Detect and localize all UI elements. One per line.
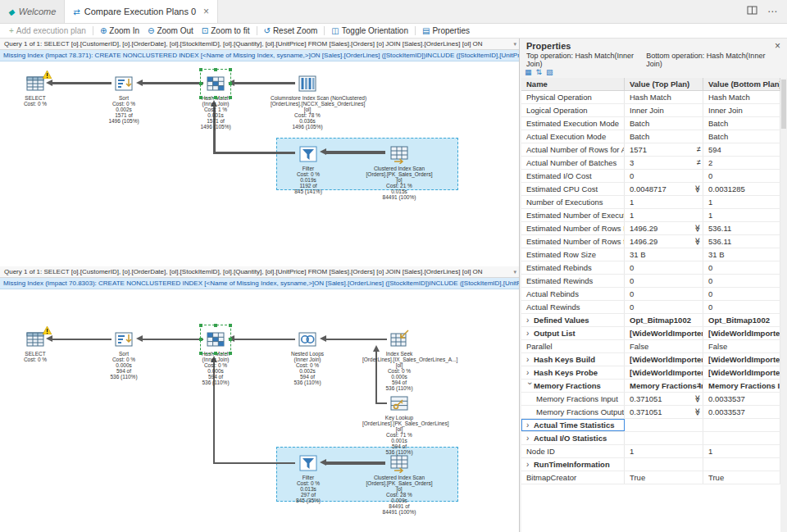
plan-node-columnstore-index-scan[interactable]: Columnstore Index Scan (NonClustered)[Or…: [271, 74, 344, 130]
property-row[interactable]: Estimated Number of Rows for All...1496.…: [521, 235, 780, 248]
node-label-line: Sort: [87, 351, 161, 357]
chevron-right-icon[interactable]: ›: [526, 366, 534, 379]
property-row[interactable]: Estimated Execution ModeBatchBatch: [521, 117, 780, 130]
node-label-line: 536 (110%): [87, 374, 161, 380]
chevron-right-icon[interactable]: ›: [526, 458, 534, 471]
property-name: ›Memory Fractions: [521, 380, 625, 392]
sort-alphabetical-icon[interactable]: ⇅: [536, 68, 543, 76]
property-row[interactable]: ›Hash Keys Probe[WideWorldImporters]...[…: [521, 366, 780, 380]
chevron-down-icon[interactable]: ▾: [513, 266, 516, 278]
property-row[interactable]: Node ID11: [521, 445, 780, 458]
property-row[interactable]: Actual Rewinds00: [521, 301, 780, 314]
plan-node-select[interactable]: SELECTCost: 0 %: [0, 330, 72, 362]
property-name: Node ID: [521, 445, 625, 457]
expand-all-icon[interactable]: ▦: [525, 68, 532, 76]
property-name: Estimated Number of Rows for All...: [521, 235, 625, 248]
property-name: Actual Number of Rows for All Ex...: [521, 143, 625, 156]
missing-index-banner-top[interactable]: Missing Index (Impact 78.371): CREATE NO…: [0, 50, 519, 61]
plan-node-sort[interactable]: SortCost: 0 %0.000s594 of536 (110%): [87, 330, 161, 380]
property-row[interactable]: Estimated Rebinds00: [521, 261, 780, 275]
plan-node-hash-match[interactable]: Hash Match(Inner Join)Cost: 1 %0.001s157…: [179, 74, 252, 130]
more-actions-icon[interactable]: ⋯: [767, 6, 777, 17]
property-name: Estimated Rewinds: [521, 275, 625, 287]
chevron-right-icon[interactable]: ›: [526, 327, 534, 339]
property-row[interactable]: ›Memory FractionsMemory Fractions Inpu..…: [521, 380, 780, 393]
filter-properties-icon[interactable]: ▧: [546, 68, 553, 76]
top-operation-label: Top operation: Hash Match(Inner Join): [526, 52, 646, 68]
property-row[interactable]: Actual Number of Batches3≠2: [521, 157, 780, 170]
property-value-top: Batch: [625, 130, 703, 143]
plan-node-key-lookup[interactable]: Key Lookup[OrderLines].[PK_Sales_OrderLi…: [362, 393, 436, 455]
selection-handle: [199, 96, 202, 99]
property-value-bottom: 31 B: [703, 248, 780, 261]
property-row[interactable]: Estimated Row Size31 B31 B: [521, 248, 780, 261]
property-value-bottom: Batch: [703, 130, 780, 143]
property-row[interactable]: ›Defined ValuesOpt_Bitmap1002Opt_Bitmap1…: [521, 314, 780, 327]
property-row[interactable]: ›Actual I/O Statistics: [521, 432, 780, 445]
plan-node-hash-match[interactable]: Hash Match(Inner Join)Cost: 0 %0.000s594…: [179, 330, 252, 385]
split-editor-icon[interactable]: [747, 5, 757, 18]
plan-node-filter[interactable]: FilterCost: 0 %0.013s297 of845 (35%): [271, 453, 345, 503]
property-row[interactable]: Actual Rebinds00: [521, 288, 780, 301]
chevron-right-icon[interactable]: ›: [526, 432, 534, 444]
selection-handle: [199, 324, 202, 327]
toolbar-properties[interactable]: ▤Properties: [422, 26, 470, 35]
property-row[interactable]: BitmapCreatorTrueTrue: [521, 471, 780, 484]
toolbar-label: Add execution plan: [16, 26, 86, 35]
property-row[interactable]: ›RunTimeInformation: [521, 458, 780, 471]
toolbar-add-execution-plan[interactable]: +Add execution plan: [9, 26, 86, 35]
property-row[interactable]: Estimated Rewinds00: [521, 275, 780, 288]
toolbar-reset-zoom[interactable]: ↺Reset Zoom: [264, 26, 318, 35]
property-row[interactable]: Actual Number of Rows for All Ex...1571≠…: [521, 143, 780, 157]
property-row[interactable]: Number of Executions11: [521, 196, 780, 209]
node-label-line: Clustered Index Scan: [362, 166, 436, 171]
property-row[interactable]: Estimated Number of Rows Per Ex...1496.2…: [521, 222, 780, 235]
tab-compare-execution-plans[interactable]: ⇄ Compare Execution Plans 0 ×: [65, 0, 218, 23]
toolbar-toggle-orientation[interactable]: ◫Toggle Orientation: [331, 26, 408, 35]
plan-node-clustered-index-scan[interactable]: Clustered Index Scan[Orders].[PK_Sales_O…: [362, 453, 436, 515]
close-icon[interactable]: ×: [203, 6, 209, 17]
property-row[interactable]: Logical OperationInner JoinInner Join: [521, 104, 780, 117]
toolbar-zoom-to-fit[interactable]: ⊡Zoom to fit: [202, 26, 250, 35]
property-row[interactable]: ParallelFalseFalse: [521, 340, 780, 353]
toolbar-zoom-out[interactable]: ⊖Zoom Out: [148, 26, 193, 35]
plan-node-select[interactable]: SELECTCost: 0 %: [0, 74, 72, 107]
scrollbar-thumb[interactable]: [781, 80, 786, 129]
property-row[interactable]: Physical OperationHash MatchHash Match: [521, 91, 780, 104]
property-row[interactable]: ›Actual Time Statistics: [521, 419, 780, 432]
chevron-down-icon[interactable]: ›: [524, 382, 536, 389]
property-row[interactable]: ›Output List[WideWorldImporters]...[Wide…: [521, 327, 780, 340]
columnstore-scan-icon: [297, 74, 318, 93]
scrollbar[interactable]: [780, 78, 787, 532]
plan-node-clustered-index-scan[interactable]: Clustered Index Scan[Orders].[PK_Sales_O…: [362, 144, 436, 200]
property-name: Estimated Rebinds: [521, 261, 625, 274]
query-bar-bottom[interactable]: Query 1 of 1: SELECT [o].[CustomerID], […: [0, 266, 519, 278]
chevron-right-icon[interactable]: ›: [526, 353, 534, 366]
selection-handle: [229, 96, 232, 99]
property-row[interactable]: Actual Execution ModeBatchBatch: [521, 130, 780, 143]
query-bar-top[interactable]: Query 1 of 1: SELECT [o].[CustomerID], […: [0, 39, 519, 50]
plan-node-filter[interactable]: FilterCost: 0 %0.019s1192 of845 (141%): [271, 144, 345, 194]
property-row[interactable]: Memory Fractions Output0.371051≫0.003353…: [521, 406, 780, 419]
close-icon[interactable]: ×: [775, 40, 780, 52]
properties-title: Properties: [526, 41, 571, 51]
chevron-right-icon[interactable]: ›: [526, 419, 534, 431]
tab-welcome[interactable]: ◆ Welcome: [0, 0, 65, 23]
missing-index-banner-bottom[interactable]: Missing Index (Impact 70.8303): CREATE N…: [0, 278, 519, 289]
property-name: Parallel: [521, 340, 625, 352]
node-label-line: Cost: 78 %: [271, 112, 344, 118]
property-row[interactable]: Memory Fractions Input0.371051≫0.0033537: [521, 393, 780, 406]
property-row[interactable]: Estimated CPU Cost0.0048717≫0.0031285: [521, 183, 780, 196]
chevron-right-icon[interactable]: ›: [526, 314, 534, 326]
reset-zoom-icon: ↺: [264, 26, 271, 35]
chevron-down-icon[interactable]: ▾: [513, 39, 516, 50]
property-value-top: 0: [625, 301, 703, 313]
property-row[interactable]: ›Hash Keys Build[WideWorldImporters]...[…: [521, 353, 780, 366]
plan-node-sort[interactable]: SortCost: 0 %0.002s1571 of1496 (105%): [87, 74, 161, 124]
plan-node-nested-loops[interactable]: Nested Loops(Inner Join)Cost: 0 %0.002s5…: [271, 330, 344, 385]
property-row[interactable]: Estimated I/O Cost00: [521, 170, 780, 183]
property-value-bottom: Batch: [703, 117, 780, 130]
plan-node-index-seek[interactable]: Index Seek[OrderLines].[IX_Sales_OrderLi…: [362, 330, 436, 391]
property-row[interactable]: Estimated Number of Executions11: [521, 209, 780, 222]
toolbar-zoom-in[interactable]: ⊕Zoom In: [100, 26, 139, 35]
